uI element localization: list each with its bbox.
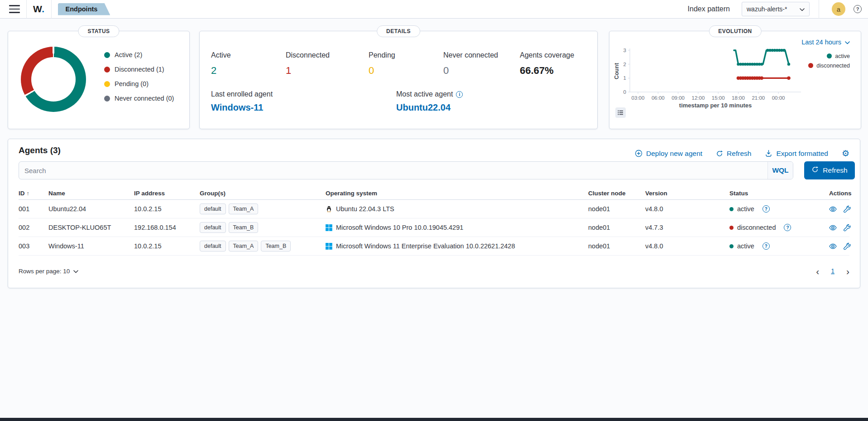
column-header-label: Actions — [829, 190, 852, 197]
menu-icon[interactable] — [9, 5, 20, 13]
legend-dot-icon — [104, 96, 110, 102]
cell-ip: 192.168.0.154 — [134, 224, 200, 231]
cell-groups: defaultTeam_A — [200, 203, 326, 214]
most-active-label: Most active agent — [396, 90, 453, 98]
help-icon[interactable]: ? — [854, 5, 862, 13]
column-header-actions[interactable]: Actions — [829, 190, 853, 197]
agents-table-panel: Agents (3) Deploy new agentRefreshExport… — [8, 139, 860, 288]
group-badge[interactable]: default — [200, 222, 226, 233]
svg-text:09:00: 09:00 — [671, 95, 685, 101]
most-active-agent-link[interactable]: Ubuntu22.04 — [396, 102, 463, 113]
last-enrolled-agent-link[interactable]: Windows-11 — [211, 102, 273, 113]
column-header-status[interactable]: Status — [729, 190, 829, 197]
most-active-agent: Most active agent i Ubuntu22.04 — [396, 90, 463, 113]
cell-status: disconnected? — [729, 224, 829, 231]
os-name: Microsoft Windows 10 Pro 10.0.19045.4291 — [336, 224, 463, 231]
next-page-icon[interactable]: › — [846, 266, 849, 276]
column-header-name[interactable]: Name — [48, 190, 134, 197]
eye-icon[interactable] — [829, 205, 837, 213]
group-badge[interactable]: default — [200, 241, 226, 252]
deploy-new-agent-button[interactable]: Deploy new agent — [635, 150, 702, 158]
svg-text:06:00: 06:00 — [652, 95, 665, 101]
column-header-operating-system[interactable]: Operating system — [326, 190, 588, 197]
cell-name: Windows-11 — [48, 242, 134, 250]
group-badge[interactable]: Team_A — [229, 203, 259, 214]
status-legend-item[interactable]: Disconnected (1) — [104, 62, 174, 77]
cell-name: DESKTOP-KLUO65T — [48, 224, 134, 231]
group-badge[interactable]: Team_B — [229, 222, 259, 233]
column-header-version[interactable]: Version — [645, 190, 729, 197]
group-badge[interactable]: Team_B — [261, 241, 291, 252]
tab-endpoints[interactable]: Endpoints — [58, 3, 110, 15]
os-name: Microsoft Windows 11 Enterprise Evaluati… — [336, 242, 515, 250]
table-row: 001Ubuntu22.0410.0.2.15defaultTeam_AUbun… — [19, 200, 849, 218]
chart-legend-toggle-icon[interactable] — [615, 107, 626, 118]
stat-label: Pending — [369, 51, 395, 59]
svg-text:18:00: 18:00 — [732, 95, 745, 101]
refresh-icon — [811, 166, 819, 175]
status-legend-item[interactable]: Pending (0) — [104, 77, 174, 91]
export-formatted-button[interactable]: Export formatted — [765, 150, 828, 158]
search-row: WQL Refresh — [19, 161, 849, 179]
column-header-ip-address[interactable]: IP address — [134, 190, 200, 197]
window-bottom-edge — [0, 418, 868, 421]
evolution-legend: activedisconnected — [808, 51, 850, 70]
stat-label: Disconnected — [286, 51, 330, 59]
cell-status: active? — [729, 205, 829, 213]
svg-text:2: 2 — [623, 62, 626, 67]
legend-dot-icon — [104, 52, 110, 58]
question-circle-icon[interactable]: ? — [762, 205, 770, 213]
gear-icon[interactable]: ⚙ — [842, 149, 849, 158]
stat-value: 66.67% — [520, 65, 574, 77]
legend-dot-icon — [104, 67, 110, 73]
wrench-icon[interactable] — [843, 242, 851, 250]
table-body: 001Ubuntu22.0410.0.2.15defaultTeam_AUbun… — [19, 200, 849, 256]
group-badge[interactable]: default — [200, 203, 226, 214]
windows-icon — [326, 224, 332, 231]
column-header-cluster-node[interactable]: Cluster node — [588, 190, 645, 197]
group-badge[interactable]: Team_A — [229, 241, 259, 252]
page-number[interactable]: 1 — [831, 267, 834, 275]
cell-groups: defaultTeam_ATeam_B — [200, 241, 326, 252]
evolution-panel: EVOLUTION Last 24 hours activedisconnect… — [609, 31, 861, 129]
svg-text:00:00: 00:00 — [772, 95, 785, 101]
refresh-button[interactable]: Refresh — [716, 150, 751, 158]
search-input[interactable] — [19, 162, 767, 179]
eye-icon[interactable] — [829, 224, 837, 232]
stat-label: Active — [211, 51, 231, 59]
rows-per-page-select[interactable]: Rows per page: 10 — [19, 268, 78, 275]
eye-icon[interactable] — [829, 242, 837, 250]
info-circle-icon[interactable]: i — [456, 91, 463, 98]
cell-status: active? — [729, 242, 829, 250]
index-pattern-select[interactable]: wazuh-alerts-* — [742, 2, 810, 16]
previous-page-icon[interactable]: ‹ — [816, 266, 819, 276]
legend-dot-icon — [104, 81, 110, 87]
wql-language-button[interactable]: WQL — [767, 162, 793, 179]
status-dot-icon — [729, 207, 734, 211]
column-header-id[interactable]: ID↑ — [19, 190, 48, 197]
user-avatar[interactable]: a — [832, 2, 845, 16]
wrench-icon[interactable] — [843, 205, 851, 213]
status-legend-label: Never connected (0) — [115, 95, 174, 102]
status-legend-item[interactable]: Never connected (0) — [104, 91, 174, 106]
column-header-group-s-[interactable]: Group(s) — [200, 190, 326, 197]
sort-ascending-icon: ↑ — [27, 190, 29, 197]
table-row: 003Windows-1110.0.2.15defaultTeam_ATeam_… — [19, 237, 849, 256]
evolution-legend-item[interactable]: active — [808, 51, 850, 61]
evolution-legend-item[interactable]: disconnected — [808, 61, 850, 70]
svg-text:3: 3 — [623, 48, 626, 53]
column-header-label: IP address — [134, 190, 165, 197]
table-row: 002DESKTOP-KLUO65T192.168.0.154defaultTe… — [19, 218, 849, 237]
cell-actions — [829, 205, 852, 213]
question-circle-icon[interactable]: ? — [784, 224, 791, 231]
cell-version: v4.8.0 — [645, 242, 729, 250]
question-circle-icon[interactable]: ? — [762, 242, 770, 250]
status-legend-item[interactable]: Active (2) — [104, 48, 174, 62]
svg-text:12:00: 12:00 — [692, 95, 705, 101]
refresh-button[interactable]: Refresh — [804, 161, 855, 179]
last-enrolled-label: Last enrolled agent — [211, 90, 273, 98]
last-enrolled-agent: Last enrolled agent Windows-11 — [211, 90, 273, 113]
wrench-icon[interactable] — [843, 224, 851, 232]
wazuh-logo[interactable]: W. — [33, 4, 45, 15]
cell-version: v4.8.0 — [645, 205, 729, 213]
